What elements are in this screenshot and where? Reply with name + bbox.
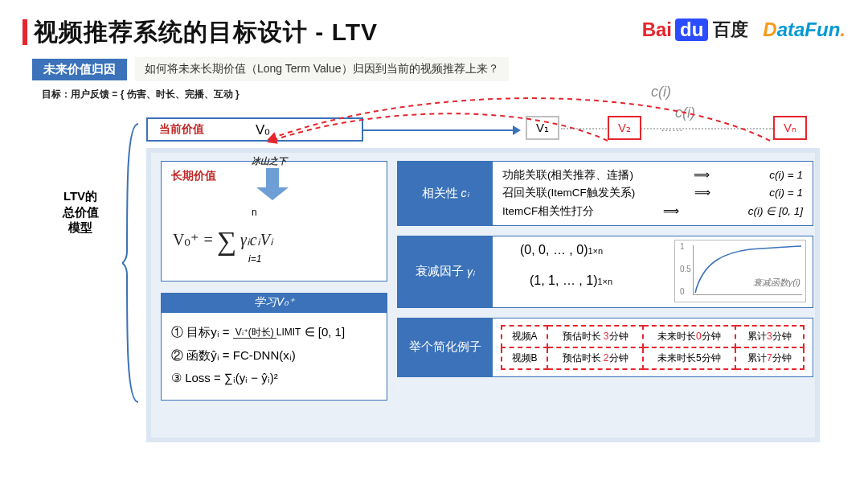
example-head: 举个简化例子 [398, 318, 493, 376]
baidu-paw-icon: du [675, 18, 708, 41]
goal-line: 目标：用户反馈 = { 伤害、时长、完播、互动 } [42, 88, 845, 101]
learn-line-1: ① 目标yᵢ = Vᵢ⁺(时长)LIMIT ∈ [0, 1] [171, 321, 377, 344]
sigma-i: i=1 [248, 253, 261, 265]
long-term-formula-box: 长期价值 冰山之下 n V₀⁺ = ∑ γᵢcᵢVᵢ i=1 [161, 161, 387, 281]
baidu-cn: 百度 [713, 18, 748, 42]
table-row: 视频A 预估时长 3分钟 未来时长0分钟 累计3分钟 [502, 326, 804, 347]
example-panel: 举个简化例子 视频A 预估时长 3分钟 未来时长0分钟 累计3分钟 视频B [397, 318, 813, 377]
model-frame: 长期价值 冰山之下 n V₀⁺ = ∑ γᵢcᵢVᵢ i=1 学习V₀⁺ ① 目 [146, 148, 820, 442]
rel-row-1: 功能关联(相关推荐、连播)⟹c(i) = 1 [502, 166, 803, 184]
sigma-n: n [252, 207, 257, 218]
learn-line-2: ② 函数ŷᵢ = FC-DNN(xᵢ) [171, 344, 377, 368]
decay-panel: 衰减因子γᵢ (0, 0, … , 0)1×n (1, 1, … , 1)1×n… [397, 236, 813, 308]
edge-arrow [363, 129, 514, 131]
long-term-label: 长期价值 [171, 169, 216, 182]
learn-box: ① 目标yᵢ = Vᵢ⁺(时长)LIMIT ∈ [0, 1] ② 函数ŷᵢ = … [161, 312, 387, 401]
down-arrow-icon [266, 168, 279, 189]
seq-vn: Vₙ [773, 116, 807, 140]
section-desc: 如何将未来长期价值（Long Term Value）归因到当前的视频推荐上来？ [135, 57, 509, 81]
attrib-c-1: c(i) [651, 84, 671, 101]
table-row: 视频B 预估时长 2分钟 未来时长5分钟 累计7分钟 [502, 347, 804, 369]
brace-icon [122, 122, 141, 404]
ltv-formula: V₀⁺ = ∑ γᵢcᵢVᵢ [173, 221, 273, 252]
baidu-logo: Baidu 百度 [642, 18, 749, 42]
decay-zeros: (0, 0, … , 0)1×n [520, 243, 603, 257]
decay-caption: 衰减函数γ(i) [753, 277, 800, 289]
section-tag: 未来价值归因 [32, 59, 127, 80]
learn-line-3: ③ Loss = ∑ᵢ(yᵢ − ŷᵢ)² [171, 367, 377, 390]
learn-header: 学习V₀⁺ [161, 293, 387, 312]
current-label: 当前价值 [159, 122, 204, 137]
datafun-logo: DataFun. [763, 18, 845, 41]
rel-row-2: 召回关联(ItemCF触发关系)⟹c(i) = 1 [502, 184, 803, 202]
iceberg-label: 冰山之下 [252, 155, 287, 167]
page-title: 视频推荐系统的目标设计 - LTV [23, 16, 378, 49]
rel-row-3: ItemCF相关性打分⟹c(i) ∈ [0, 1] [502, 203, 803, 220]
logo-row: Baidu 百度 DataFun. [642, 18, 845, 42]
ltv-model-label: LTV的 总价值 模型 [45, 188, 116, 236]
decay-head: 衰减因子γᵢ [398, 236, 493, 307]
decay-chart: 1 0.5 0 衰减函数γ(i) [674, 240, 806, 302]
v0-box: V₀ [241, 117, 354, 142]
relevance-head: 相关性cᵢ [398, 162, 493, 225]
decay-ones: (1, 1, … , 1)1×n [530, 273, 612, 288]
attrib-c-2: c(i) [675, 105, 695, 121]
dotted-line [561, 128, 773, 129]
example-table: 视频A 预估时长 3分钟 未来时长0分钟 累计3分钟 视频B 预估时长 2分钟 … [501, 325, 805, 370]
seq-v1: V₁ [526, 116, 559, 140]
sigma-icon: ∑ [217, 226, 236, 256]
seq-v2: V₂ [608, 116, 641, 140]
seq-dots: …… [661, 121, 683, 134]
relevance-panel: 相关性cᵢ 功能关联(相关推荐、连播)⟹c(i) = 1 召回关联(ItemCF… [397, 161, 813, 226]
baidu-bai: Bai [642, 18, 672, 41]
